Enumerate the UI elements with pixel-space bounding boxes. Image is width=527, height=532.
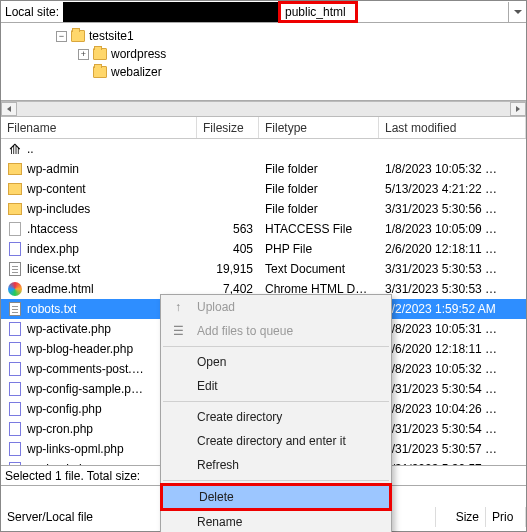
php-file-icon <box>7 321 23 337</box>
file-row[interactable]: ⟰.. <box>1 139 526 159</box>
file-modified: 3/31/2023 5:30:56 … <box>379 202 526 216</box>
path-dropdown-button[interactable] <box>508 2 526 22</box>
file-modified: 3/31/2023 5:30:57 … <box>379 462 526 465</box>
menu-separator <box>163 346 389 347</box>
folder-icon <box>71 30 85 42</box>
file-name: wp-includes <box>27 202 90 216</box>
file-type: Text Document <box>259 262 379 276</box>
local-site-bar: Local site: public_html <box>1 1 526 23</box>
col-filename[interactable]: Filename <box>1 117 197 138</box>
file-row[interactable]: wp-contentFile folder5/13/2023 4:21:22 … <box>1 179 526 199</box>
footer-size[interactable]: Size <box>436 507 486 527</box>
file-name: wp-load.php <box>27 462 92 465</box>
folder-icon <box>93 48 107 60</box>
file-modified: 3/31/2023 5:30:53 … <box>379 282 526 296</box>
menu-create-directory-enter[interactable]: Create directory and enter it <box>161 429 391 453</box>
php-file-icon <box>7 361 23 377</box>
menu-edit[interactable]: Edit <box>161 374 391 398</box>
upload-icon: ↑ <box>169 300 187 314</box>
menu-rename[interactable]: Rename <box>161 510 391 532</box>
php-file-icon <box>7 461 23 465</box>
parent-dir-icon: ⟰ <box>7 141 23 157</box>
collapse-icon[interactable]: − <box>56 31 67 42</box>
folder-icon <box>93 66 107 78</box>
text-file-icon <box>7 301 23 317</box>
file-name: wp-blog-header.php <box>27 342 133 356</box>
php-file-icon <box>7 241 23 257</box>
file-row[interactable]: .htaccess563HTACCESS File1/8/2023 10:05:… <box>1 219 526 239</box>
file-name: wp-cron.php <box>27 422 93 436</box>
menu-separator <box>163 480 389 481</box>
file-modified: 1/8/2023 10:05:32 … <box>379 162 526 176</box>
menu-refresh[interactable]: Refresh <box>161 453 391 477</box>
file-name: wp-activate.php <box>27 322 111 336</box>
file-name: wp-admin <box>27 162 79 176</box>
tree-node-webalizer[interactable]: webalizer <box>56 63 526 81</box>
col-lastmodified[interactable]: Last modified <box>379 117 526 138</box>
file-size: 19,915 <box>197 262 259 276</box>
file-modified: 2/6/2020 12:18:11 … <box>379 242 526 256</box>
menu-create-directory[interactable]: Create directory <box>161 405 391 429</box>
php-file-icon <box>7 381 23 397</box>
html-file-icon <box>7 281 23 297</box>
file-name: readme.html <box>27 282 94 296</box>
tree-node-root[interactable]: − testsite1 <box>56 27 526 45</box>
file-modified: 3/31/2023 5:30:54 … <box>379 382 526 396</box>
file-modified: 5/13/2023 4:21:22 … <box>379 182 526 196</box>
file-row[interactable]: wp-includesFile folder3/31/2023 5:30:56 … <box>1 199 526 219</box>
col-filetype[interactable]: Filetype <box>259 117 379 138</box>
tree-label: testsite1 <box>89 29 134 43</box>
file-name: wp-config.php <box>27 402 102 416</box>
file-modified: 1/8/2023 10:05:32 … <box>379 362 526 376</box>
file-name: robots.txt <box>27 302 76 316</box>
file-size: 563 <box>197 222 259 236</box>
menu-add-to-queue: ☰ Add files to queue <box>161 319 391 343</box>
queue-icon: ☰ <box>169 324 187 338</box>
tree-label: wordpress <box>111 47 166 61</box>
file-row[interactable]: index.php405PHP File2/6/2020 12:18:11 … <box>1 239 526 259</box>
redacted-path-segment <box>63 2 278 22</box>
chevron-down-icon <box>514 8 522 16</box>
file-name: wp-content <box>27 182 86 196</box>
scroll-left-button[interactable] <box>1 102 17 116</box>
col-filesize[interactable]: Filesize <box>197 117 259 138</box>
folder-icon <box>7 181 23 197</box>
file-name: wp-config-sample.p… <box>27 382 143 396</box>
expand-icon[interactable]: + <box>78 49 89 60</box>
menu-open[interactable]: Open <box>161 350 391 374</box>
footer-prio[interactable]: Prio <box>486 507 526 527</box>
file-modified: 3/31/2023 5:30:53 … <box>379 262 526 276</box>
file-list-header[interactable]: Filename Filesize Filetype Last modified <box>1 117 526 139</box>
file-modified: 2/6/2020 12:18:11 … <box>379 342 526 356</box>
file-type: File folder <box>259 162 379 176</box>
text-file-icon <box>7 261 23 277</box>
file-modified: 1/8/2023 10:04:26 … <box>379 402 526 416</box>
file-row[interactable]: wp-adminFile folder1/8/2023 10:05:32 … <box>1 159 526 179</box>
file-modified: 3/31/2023 5:30:54 … <box>379 422 526 436</box>
scroll-right-button[interactable] <box>510 102 526 116</box>
htaccess-file-icon <box>7 221 23 237</box>
php-file-icon <box>7 341 23 357</box>
file-size: 405 <box>197 242 259 256</box>
tree-label: webalizer <box>111 65 162 79</box>
file-name: license.txt <box>27 262 80 276</box>
file-name: wp-links-opml.php <box>27 442 124 456</box>
context-menu: ↑ Upload ☰ Add files to queue Open Edit … <box>160 294 392 532</box>
status-text: Selected 1 file. Total size: <box>5 469 140 483</box>
file-name: .. <box>27 142 34 156</box>
tree-hscroll[interactable] <box>1 101 526 117</box>
menu-upload: ↑ Upload <box>161 295 391 319</box>
folder-tree[interactable]: − testsite1 + wordpress webalizer <box>1 23 526 101</box>
path-input-highlighted[interactable]: public_html <box>278 1 358 23</box>
php-file-icon <box>7 421 23 437</box>
file-type: File folder <box>259 182 379 196</box>
menu-delete-highlighted[interactable]: Delete <box>160 483 392 511</box>
file-modified: 6/2/2023 1:59:52 AM <box>379 302 526 316</box>
file-type: File folder <box>259 202 379 216</box>
tree-node-wordpress[interactable]: + wordpress <box>56 45 526 63</box>
file-name: wp-comments-post.… <box>27 362 144 376</box>
file-type: HTACCESS File <box>259 222 379 236</box>
path-value: public_html <box>285 5 346 19</box>
file-type: PHP File <box>259 242 379 256</box>
file-row[interactable]: license.txt19,915Text Document3/31/2023 … <box>1 259 526 279</box>
